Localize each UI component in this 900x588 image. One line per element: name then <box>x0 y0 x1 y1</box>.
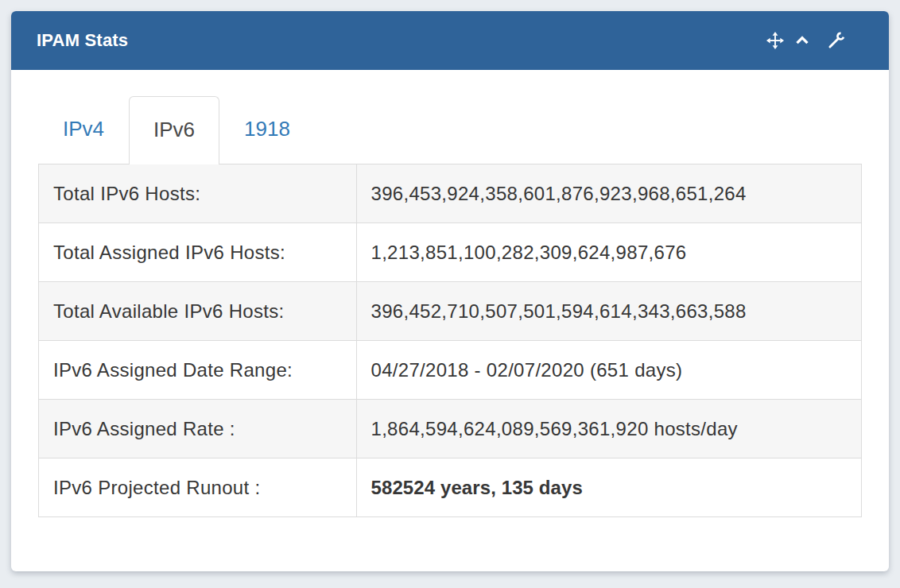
tab-ipv6[interactable]: IPv6 <box>129 96 219 164</box>
tab-1918[interactable]: 1918 <box>219 95 315 164</box>
table-row: Total Available IPv6 Hosts: 396,452,710,… <box>39 282 862 341</box>
stat-value: 1,213,851,100,282,309,624,987,676 <box>356 223 862 282</box>
table-row: Total Assigned IPv6 Hosts: 1,213,851,100… <box>39 223 862 282</box>
widget-header: IPAM Stats <box>11 11 889 70</box>
stat-label: IPv6 Assigned Date Range: <box>39 341 357 400</box>
chevron-up-icon[interactable] <box>794 33 810 48</box>
table-row: Total IPv6 Hosts: 396,453,924,358,601,87… <box>39 164 862 223</box>
ipam-stats-widget: IPAM Stats <box>11 11 889 571</box>
stat-value: 396,453,924,358,601,876,923,968,651,264 <box>356 164 862 223</box>
stat-label: IPv6 Assigned Rate : <box>39 400 357 458</box>
widget-controls <box>766 31 846 50</box>
stat-label: IPv6 Projected Runout : <box>39 458 357 517</box>
stat-value: 582524 years, 135 days <box>356 458 862 517</box>
stat-value: 04/27/2018 - 02/07/2020 (651 days) <box>356 341 862 400</box>
stat-value: 1,864,594,624,089,569,361,920 hosts/day <box>356 400 862 458</box>
stat-label: Total IPv6 Hosts: <box>39 164 357 223</box>
widget-body: IPv4 IPv6 1918 Total IPv6 Hosts: 396,453… <box>11 70 889 517</box>
stat-label: Total Available IPv6 Hosts: <box>39 282 357 341</box>
stat-label: Total Assigned IPv6 Hosts: <box>39 223 357 282</box>
ipv6-stats-table: Total IPv6 Hosts: 396,453,924,358,601,87… <box>38 164 862 517</box>
stat-value: 396,452,710,507,501,594,614,343,663,588 <box>356 282 862 341</box>
tab-ipv4[interactable]: IPv4 <box>38 95 129 164</box>
move-icon[interactable] <box>766 31 785 50</box>
stats-tabs: IPv4 IPv6 1918 <box>38 95 862 164</box>
table-row: IPv6 Assigned Rate : 1,864,594,624,089,5… <box>39 400 862 458</box>
widget-title: IPAM Stats <box>37 30 128 51</box>
table-row: IPv6 Assigned Date Range: 04/27/2018 - 0… <box>39 341 862 400</box>
wrench-icon[interactable] <box>827 31 846 50</box>
table-row: IPv6 Projected Runout : 582524 years, 13… <box>39 458 862 517</box>
